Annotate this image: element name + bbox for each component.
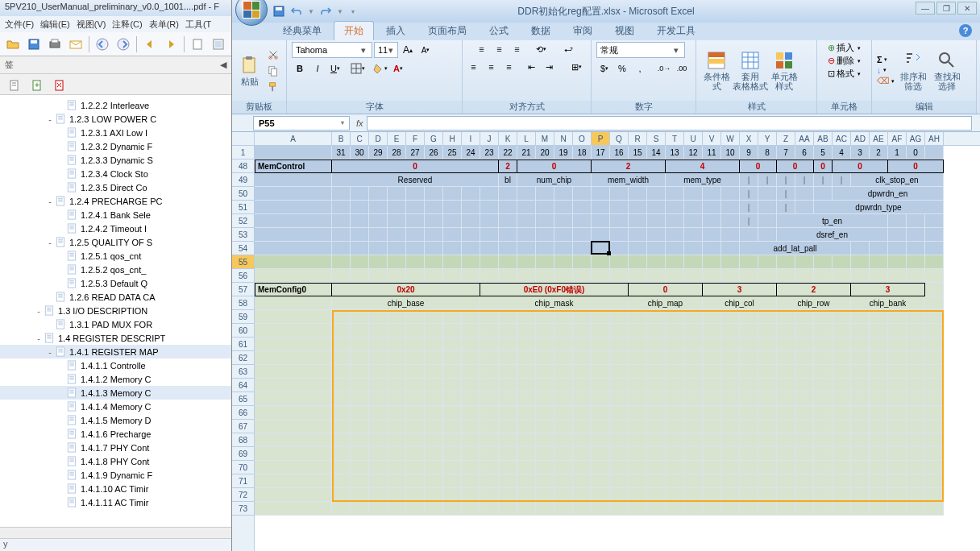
cell[interactable]	[255, 324, 332, 338]
cell[interactable]	[443, 187, 462, 201]
cell[interactable]	[814, 324, 833, 338]
column-header[interactable]: O	[573, 132, 592, 145]
cell[interactable]	[851, 502, 870, 516]
cell[interactable]	[740, 420, 758, 433]
cell[interactable]: clk_stop_en	[851, 173, 944, 187]
cell[interactable]	[351, 502, 369, 516]
save-icon[interactable]	[272, 5, 285, 18]
row-header[interactable]: 69	[232, 447, 254, 461]
cell[interactable]	[925, 502, 944, 516]
cell[interactable]	[406, 214, 425, 228]
cell[interactable]	[888, 365, 907, 379]
column-header[interactable]: Y	[758, 132, 777, 145]
cell[interactable]	[499, 338, 517, 351]
cell[interactable]	[443, 338, 462, 351]
cell[interactable]: |	[740, 187, 758, 201]
cell[interactable]	[888, 310, 907, 324]
cell[interactable]	[406, 269, 425, 283]
cell[interactable]	[480, 310, 499, 324]
cell[interactable]	[425, 187, 443, 201]
row-header[interactable]: 49	[232, 173, 254, 187]
cell[interactable]	[814, 461, 833, 474]
cell[interactable]	[443, 379, 462, 392]
cell[interactable]	[870, 461, 888, 474]
cell[interactable]	[610, 406, 629, 420]
paste-button[interactable]: 粘贴	[237, 47, 262, 95]
cell[interactable]	[573, 502, 592, 516]
outline-item[interactable]: 1.2.3.1 AXI Low I	[0, 126, 231, 139]
cell[interactable]	[388, 379, 406, 392]
cell[interactable]	[388, 242, 406, 255]
cell[interactable]	[647, 324, 666, 338]
column-header[interactable]: D	[369, 132, 388, 145]
cell[interactable]	[851, 242, 870, 255]
ribbon-tab[interactable]: 公式	[479, 21, 519, 40]
cell[interactable]: 0	[517, 160, 592, 173]
cell[interactable]	[758, 338, 777, 351]
cell[interactable]: |	[833, 173, 851, 187]
cell[interactable]	[573, 255, 592, 269]
cell[interactable]	[462, 338, 480, 351]
cell[interactable]	[925, 338, 944, 351]
outline-item[interactable]: -1.2.3 LOW POWER C	[0, 112, 231, 126]
cell[interactable]	[592, 474, 610, 488]
help-icon[interactable]: ?	[959, 24, 972, 37]
cell[interactable]	[814, 433, 833, 447]
cell[interactable]	[907, 228, 925, 242]
outline-item[interactable]: -1.2.4 PRECHARGE PC	[0, 194, 231, 208]
cell[interactable]	[647, 269, 666, 283]
cell[interactable]	[666, 242, 684, 255]
cell[interactable]	[425, 502, 443, 516]
cell[interactable]	[925, 420, 944, 433]
cell[interactable]: 0	[777, 160, 814, 173]
cell[interactable]	[462, 351, 480, 365]
cell[interactable]	[388, 201, 406, 214]
cell[interactable]: 21	[517, 146, 536, 160]
cell[interactable]	[536, 214, 554, 228]
cell[interactable]: 0x20	[332, 283, 480, 296]
cell[interactable]	[888, 392, 907, 406]
cell[interactable]	[740, 310, 758, 324]
cell[interactable]	[406, 420, 425, 433]
cell[interactable]	[573, 420, 592, 433]
row-header[interactable]: 48	[232, 160, 254, 173]
cell[interactable]	[480, 228, 499, 242]
cell[interactable]	[536, 502, 554, 516]
cell[interactable]	[536, 338, 554, 351]
cell[interactable]	[684, 433, 703, 447]
cell[interactable]	[610, 269, 629, 283]
cell[interactable]	[721, 420, 740, 433]
cell[interactable]	[255, 365, 332, 379]
outline-item[interactable]: 1.4.1.2 Memory C	[0, 372, 231, 386]
cell[interactable]	[666, 392, 684, 406]
cell[interactable]	[573, 461, 592, 474]
cell[interactable]	[499, 228, 517, 242]
cell[interactable]	[703, 269, 721, 283]
cell[interactable]	[814, 365, 833, 379]
cell[interactable]	[907, 447, 925, 461]
outline-item[interactable]: 1.4.1.7 PHY Cont	[0, 441, 231, 454]
cell[interactable]: 30	[351, 146, 369, 160]
cell[interactable]	[814, 406, 833, 420]
cell[interactable]	[833, 365, 851, 379]
cell[interactable]	[666, 201, 684, 214]
row-header[interactable]: 73	[232, 502, 254, 516]
cell[interactable]	[666, 461, 684, 474]
column-header[interactable]: AA	[795, 132, 814, 145]
cell[interactable]	[332, 338, 351, 351]
cell[interactable]	[499, 379, 517, 392]
cell[interactable]: bl	[499, 173, 517, 187]
cell[interactable]	[703, 447, 721, 461]
cell[interactable]: chip_bank	[851, 296, 925, 310]
cell[interactable]	[721, 474, 740, 488]
cell[interactable]	[554, 433, 573, 447]
cell[interactable]	[833, 461, 851, 474]
cell[interactable]	[610, 474, 629, 488]
cell[interactable]	[332, 242, 351, 255]
cell[interactable]	[573, 365, 592, 379]
cell[interactable]	[406, 461, 425, 474]
row-header[interactable]: 67	[232, 420, 254, 433]
cell[interactable]	[740, 351, 758, 365]
cell[interactable]	[369, 379, 388, 392]
cell[interactable]	[795, 461, 814, 474]
